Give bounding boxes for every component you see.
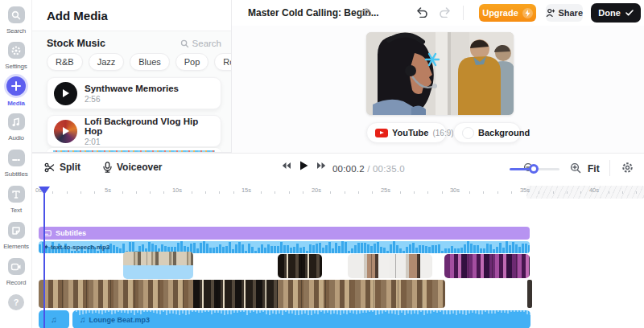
search-icon xyxy=(8,6,25,23)
ruler-tick xyxy=(442,191,443,194)
play-icon xyxy=(63,127,69,135)
music-note-icon xyxy=(8,113,25,130)
background-button[interactable]: Background xyxy=(453,122,521,143)
ruler-tick xyxy=(275,191,275,194)
clip-thumbnails xyxy=(123,252,193,265)
audio-waveform xyxy=(39,241,530,253)
track-title: Lofi Background Vlog Hip Hop xyxy=(85,117,214,136)
ruler-label: 35s xyxy=(520,187,530,194)
play-icon[interactable] xyxy=(299,161,308,170)
slider-handle[interactable] xyxy=(529,164,539,174)
timeline-zoom-slider[interactable] xyxy=(510,168,559,170)
genre-pill-rock[interactable]: Rock xyxy=(214,53,232,71)
music-note-icon: ♫ xyxy=(80,315,86,324)
clip-thumbnails xyxy=(278,280,445,308)
sidebar-item-label: Elements xyxy=(0,243,32,250)
ruler-tick xyxy=(303,191,303,194)
add-media-panel: Add Media Stock Music Search R&B Jazz Bl… xyxy=(32,0,232,153)
done-label: Done xyxy=(598,8,621,18)
camera-icon xyxy=(8,258,25,275)
divider xyxy=(463,6,464,20)
music-track-card[interactable]: Synthwave Memories 2:56 xyxy=(47,77,221,109)
zoom-in-icon[interactable] xyxy=(570,162,581,177)
help-icon[interactable]: ? xyxy=(8,294,24,310)
undo-icon[interactable] xyxy=(415,6,429,21)
split-label: Split xyxy=(60,162,80,173)
skip-back-icon[interactable] xyxy=(282,162,291,170)
upgrade-label: Upgrade xyxy=(482,8,518,18)
split-button[interactable]: Split xyxy=(44,162,80,173)
ruler-label: 25s xyxy=(381,187,390,194)
ruler-tick xyxy=(609,191,609,194)
subtitles-track-clip[interactable]: Subtitles xyxy=(39,227,530,240)
ruler-tick xyxy=(622,191,623,194)
sidebar-item-search[interactable]: Search xyxy=(0,6,32,35)
music-track-card-partial[interactable] xyxy=(47,148,221,153)
sidebar-item-text[interactable]: Text xyxy=(0,186,32,214)
play-icon xyxy=(63,89,69,97)
sidebar-item-audio[interactable]: Audio xyxy=(0,113,32,141)
ruler-tick xyxy=(511,191,512,194)
track-title: Synthwave Memories xyxy=(85,84,179,93)
sidebar-item-label: Audio xyxy=(0,134,32,141)
plus-icon xyxy=(6,76,26,96)
ruler-label: 30s xyxy=(450,187,460,194)
video-preview[interactable] xyxy=(366,32,514,115)
video-clip-sliver[interactable] xyxy=(527,280,532,308)
ruler-label: 10s xyxy=(172,187,182,194)
timeline-ruler[interactable]: 0s 5s 10s 15s 20s 25s 30s 35s 40s xyxy=(32,184,644,200)
total-time: 00:35.0 xyxy=(373,164,405,174)
sidebar-item-elements[interactable]: Elements xyxy=(0,222,32,250)
sidebar-item-label: Media xyxy=(0,100,32,107)
panel-title: Add Media xyxy=(47,9,108,23)
search-label: Search xyxy=(192,39,221,48)
overlay-video-clip[interactable] xyxy=(278,254,322,278)
fit-button[interactable]: Fit xyxy=(588,163,600,174)
platform-label: YouTube xyxy=(392,128,428,137)
ruler-tick xyxy=(427,191,428,194)
share-button[interactable]: Share xyxy=(546,4,583,22)
done-button[interactable]: Done xyxy=(591,3,641,23)
time-display: 00:00.2 / 00:35.0 xyxy=(332,164,405,174)
genre-pill-pop[interactable]: Pop xyxy=(175,53,209,71)
ruler-tick xyxy=(580,191,581,194)
overlay-video-clip[interactable] xyxy=(123,252,193,279)
genre-pill-jazz[interactable]: Jazz xyxy=(89,53,125,71)
platform-selector[interactable]: YouTube (16:9) xyxy=(366,122,447,143)
redo-icon[interactable] xyxy=(438,6,452,21)
overlay-video-clip[interactable] xyxy=(348,254,432,278)
voiceover-button[interactable]: Voiceover xyxy=(103,162,162,173)
sidebar-item-settings[interactable]: Settings xyxy=(0,42,32,70)
aspect-ratio-label: (16:9) xyxy=(432,129,453,137)
track-duration: 2:56 xyxy=(85,95,179,104)
scissors-icon xyxy=(44,162,55,173)
lightning-icon xyxy=(522,8,533,18)
skip-forward-icon[interactable] xyxy=(316,162,326,170)
track-thumbnail xyxy=(54,82,77,105)
genre-pill-rnb[interactable]: R&B xyxy=(47,53,83,71)
sidebar-item-record[interactable]: Record xyxy=(0,258,32,286)
timeline-settings-icon[interactable] xyxy=(621,162,634,177)
stock-music-search[interactable]: Search xyxy=(180,39,221,48)
subtitles-clip-label: Subtitles xyxy=(56,229,86,237)
music-track-card[interactable]: Lofi Background Vlog Hip Hop 2:01 xyxy=(47,115,221,147)
ruler-tick xyxy=(67,191,68,194)
ruler-tick xyxy=(205,191,206,194)
sidebar-item-media[interactable]: Media xyxy=(0,76,32,107)
sidebar-item-label: Subtitles xyxy=(0,170,32,178)
ruler-tick xyxy=(52,191,53,194)
ruler-tick xyxy=(136,191,137,194)
genre-pill-blues[interactable]: Blues xyxy=(130,53,170,71)
youtube-icon xyxy=(375,129,388,137)
upgrade-button[interactable]: Upgrade xyxy=(479,4,536,22)
music-audio-clip[interactable]: ♫Lounge Beat.mp3 xyxy=(72,310,530,328)
speech-audio-clip[interactable]: ✦ text-to-speech.mp3 xyxy=(39,241,530,253)
transport-controls xyxy=(282,161,326,170)
playhead-handle[interactable] xyxy=(39,187,50,195)
sidebar: Search Settings Media Audio Subtitles Te… xyxy=(0,0,32,328)
main-video-clip[interactable] xyxy=(39,280,445,308)
out-of-range-stripes xyxy=(526,186,644,199)
overlay-video-clip[interactable] xyxy=(444,254,530,278)
background-label: Background xyxy=(478,128,530,137)
sidebar-item-subtitles[interactable]: Subtitles xyxy=(0,150,32,178)
